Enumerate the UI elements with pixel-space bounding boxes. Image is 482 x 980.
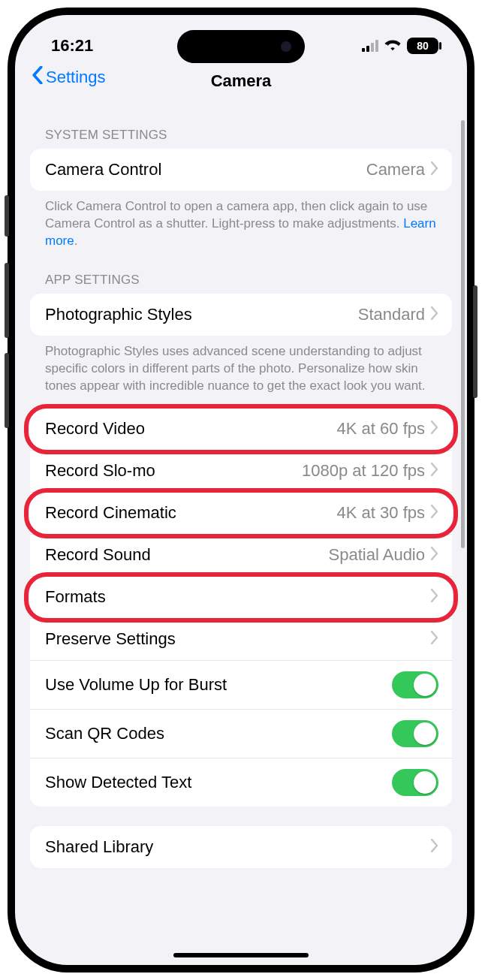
row-camera-control[interactable]: Camera Control Camera <box>30 149 452 191</box>
scroll-indicator <box>461 120 465 548</box>
row-record-cinematic[interactable]: Record Cinematic 4K at 30 fps <box>30 493 452 535</box>
side-button-power <box>473 285 477 398</box>
row-preserve-settings[interactable]: Preserve Settings <box>30 619 452 661</box>
row-record-video[interactable]: Record Video 4K at 60 fps <box>30 409 452 451</box>
nav-bar: Settings Camera <box>15 63 467 104</box>
toggle-scan-qr[interactable] <box>392 720 438 747</box>
chevron-right-icon <box>431 837 438 857</box>
row-detected-text: Show Detected Text <box>30 758 452 807</box>
row-record-slomo[interactable]: Record Slo-mo 1080p at 120 fps <box>30 451 452 493</box>
row-shared-library[interactable]: Shared Library <box>30 826 452 868</box>
back-button[interactable]: Settings <box>32 66 106 89</box>
row-label: Use Volume Up for Burst <box>45 675 227 695</box>
battery-icon: 80 <box>407 38 438 54</box>
chevron-right-icon <box>431 545 438 565</box>
side-button-silent <box>5 195 9 237</box>
row-label: Shared Library <box>45 837 153 857</box>
system-settings-card: Camera Control Camera <box>30 149 452 191</box>
chevron-right-icon <box>431 160 438 179</box>
row-label: Formats <box>45 587 106 607</box>
app-settings-card: Photographic Styles Standard <box>30 294 452 336</box>
section-header-system: SYSTEM SETTINGS <box>30 119 452 149</box>
section-header-app: APP SETTINGS <box>30 264 452 294</box>
phone-frame: 16:21 80 Settings Camera SY <box>8 8 474 972</box>
row-label: Record Cinematic <box>45 503 176 523</box>
toggle-volume-burst[interactable] <box>392 671 438 698</box>
wifi-icon <box>384 36 401 56</box>
row-value: Camera <box>366 160 425 179</box>
chevron-left-icon <box>32 66 44 89</box>
screen: 16:21 80 Settings Camera SY <box>15 15 467 965</box>
status-time: 16:21 <box>51 36 93 56</box>
dynamic-island <box>177 30 305 63</box>
toggle-detected-text[interactable] <box>392 769 438 796</box>
cellular-signal-icon <box>362 40 378 52</box>
row-label: Preserve Settings <box>45 629 176 649</box>
content-scroll[interactable]: SYSTEM SETTINGS Camera Control Camera Cl… <box>15 104 467 965</box>
row-label: Scan QR Codes <box>45 724 164 743</box>
row-value: 4K at 60 fps <box>337 419 425 439</box>
chevron-right-icon <box>431 461 438 481</box>
footnote-photo-styles: Photographic Styles uses advanced scene … <box>30 336 452 409</box>
chevron-right-icon <box>431 503 438 523</box>
row-formats[interactable]: Formats <box>30 577 452 619</box>
row-label: Photographic Styles <box>45 305 192 324</box>
row-scan-qr: Scan QR Codes <box>30 710 452 758</box>
home-indicator[interactable] <box>173 953 309 957</box>
page-title: Camera <box>211 71 272 91</box>
row-value: 4K at 30 fps <box>337 503 425 523</box>
chevron-right-icon <box>431 587 438 607</box>
row-label: Record Slo-mo <box>45 461 155 481</box>
side-button-vol-up <box>5 263 9 338</box>
row-photographic-styles[interactable]: Photographic Styles Standard <box>30 294 452 336</box>
chevron-right-icon <box>431 629 438 649</box>
row-value: Standard <box>358 305 425 324</box>
chevron-right-icon <box>431 419 438 439</box>
chevron-right-icon <box>431 305 438 324</box>
row-value: 1080p at 120 fps <box>302 461 425 481</box>
row-value: Spatial Audio <box>329 545 425 565</box>
side-button-vol-down <box>5 353 9 428</box>
shared-library-card: Shared Library <box>30 826 452 868</box>
footnote-camera-control: Click Camera Control to open a camera ap… <box>30 191 452 264</box>
row-label: Camera Control <box>45 160 161 179</box>
row-label: Show Detected Text <box>45 773 191 792</box>
back-label: Settings <box>46 68 106 87</box>
recording-settings-card: Record Video 4K at 60 fps Record Slo-mo … <box>30 409 452 807</box>
row-label: Record Sound <box>45 545 151 565</box>
row-label: Record Video <box>45 419 145 439</box>
row-volume-up-burst: Use Volume Up for Burst <box>30 661 452 710</box>
row-record-sound[interactable]: Record Sound Spatial Audio <box>30 535 452 577</box>
